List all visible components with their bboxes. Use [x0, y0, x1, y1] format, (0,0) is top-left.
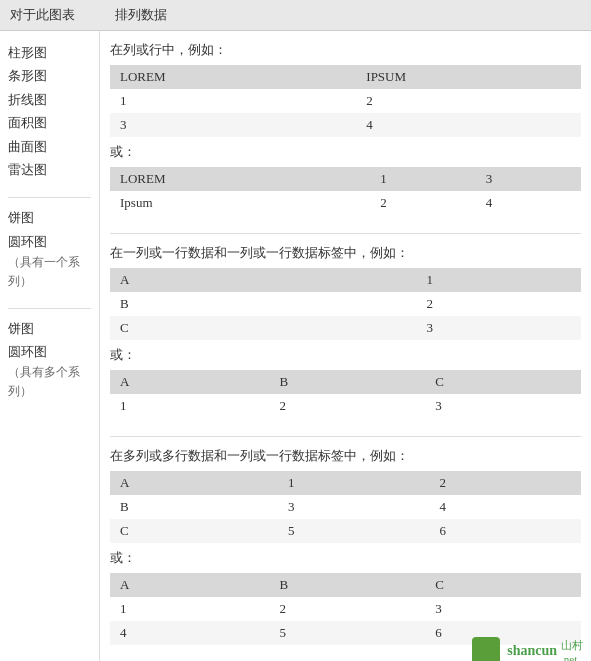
table-header: LOREM: [110, 65, 356, 89]
table-header: A: [110, 573, 270, 597]
table-3b: A B C 1 2 3 4 5: [110, 573, 581, 645]
table-cell: 2: [270, 597, 426, 621]
chart-group-3: 饼图 圆环图 （具有多个系列）: [8, 317, 91, 402]
header-col2: 排列数据: [115, 6, 167, 24]
table-cell: 3: [425, 394, 581, 418]
section-desc: 在一列或一行数据和一列或一行数据标签中，例如：: [110, 244, 581, 262]
or-text: 或：: [110, 549, 581, 567]
table-cell: 3: [278, 495, 429, 519]
table-cell: 3: [425, 597, 581, 621]
table-cell: 4: [356, 113, 581, 137]
table-cell: 3: [417, 316, 581, 340]
table-cell: 6: [430, 519, 582, 543]
table-row: C 5 6: [110, 519, 581, 543]
chart-item: 雷达图: [8, 158, 91, 181]
table-row: B 3 4: [110, 495, 581, 519]
header-col1: 对于此图表: [10, 6, 75, 24]
table-cell: 2: [417, 292, 581, 316]
table-row: 1 2 3: [110, 394, 581, 418]
table-header: [292, 268, 416, 292]
table-cell: 5: [270, 621, 426, 645]
table-header: C: [425, 573, 581, 597]
section-divider: [110, 233, 581, 234]
chart-sub-text: （具有多个系列）: [8, 363, 91, 401]
chart-item: 圆环图: [8, 340, 91, 363]
table-cell: 3: [110, 113, 356, 137]
table-cell: 4: [430, 495, 582, 519]
table-cell: 1: [110, 597, 270, 621]
section-1: 在列或行中，例如： LOREM IPSUM 1 2: [110, 41, 581, 215]
table-cell: B: [110, 495, 278, 519]
divider: [8, 308, 91, 309]
chart-item: 饼图: [8, 317, 91, 340]
table-header: IPSUM: [356, 65, 581, 89]
section-divider: [110, 436, 581, 437]
table-2a: A 1 B 2 C 3: [110, 268, 581, 340]
table-cell: 2: [370, 191, 475, 215]
page-container: 对于此图表 排列数据 柱形图 条形图 折线图 面积图 曲面图 雷达图 饼图 圆环…: [0, 0, 591, 661]
table-cell: B: [110, 292, 292, 316]
chart-item: 面积图: [8, 111, 91, 134]
table-row: 3 4: [110, 113, 581, 137]
left-column: 柱形图 条形图 折线图 面积图 曲面图 雷达图 饼图 圆环图 （具有一个系列） …: [0, 31, 100, 661]
table-1a: LOREM IPSUM 1 2 3 4: [110, 65, 581, 137]
table-header: B: [270, 370, 426, 394]
table-header: 3: [476, 167, 581, 191]
table-header: 1: [370, 167, 475, 191]
table-row: Ipsum 2 4: [110, 191, 581, 215]
table-header: 1: [417, 268, 581, 292]
chart-item: 柱形图: [8, 41, 91, 64]
chart-group-2: 饼图 圆环图 （具有一个系列）: [8, 206, 91, 291]
chart-group-1: 柱形图 条形图 折线图 面积图 曲面图 雷达图: [8, 41, 91, 181]
or-text: 或：: [110, 143, 581, 161]
chart-item: 折线图: [8, 88, 91, 111]
section-desc: 在列或行中，例如：: [110, 41, 581, 59]
table-3a: A 1 2 B 3 4 C 5: [110, 471, 581, 543]
table-row: C 3: [110, 316, 581, 340]
table-cell: [292, 292, 416, 316]
chart-sub-text: （具有一个系列）: [8, 253, 91, 291]
table-cell: 1: [110, 89, 356, 113]
table-row: 1 2 3: [110, 597, 581, 621]
table-cell: [292, 316, 416, 340]
table-header: B: [270, 573, 426, 597]
table-cell: 2: [270, 394, 426, 418]
table-cell: C: [110, 316, 292, 340]
chart-item: 圆环图: [8, 230, 91, 253]
table-2b: A B C 1 2 3: [110, 370, 581, 418]
watermark-cn: 山村.net: [561, 638, 583, 662]
section-2: 在一列或一行数据和一列或一行数据标签中，例如： A 1 B 2: [110, 244, 581, 418]
table-cell: 4: [476, 191, 581, 215]
watermark-text: shancun: [507, 643, 557, 659]
table-1b: LOREM 1 3 Ipsum 2 4: [110, 167, 581, 215]
chart-item: 条形图: [8, 64, 91, 87]
table-cell: C: [110, 519, 278, 543]
table-row: B 2: [110, 292, 581, 316]
table-cell: 5: [278, 519, 429, 543]
section-desc: 在多列或多行数据和一列或一行数据标签中，例如：: [110, 447, 581, 465]
right-column: 在列或行中，例如： LOREM IPSUM 1 2: [100, 31, 591, 661]
watermark: shancun 山村.net: [472, 637, 583, 661]
table-header: A: [110, 370, 270, 394]
table-cell: 2: [356, 89, 581, 113]
table-header: A: [110, 268, 292, 292]
table-header: 1: [278, 471, 429, 495]
divider: [8, 197, 91, 198]
table-cell: 4: [110, 621, 270, 645]
table-header: LOREM: [110, 167, 370, 191]
chart-item: 饼图: [8, 206, 91, 229]
header-bar: 对于此图表 排列数据: [0, 0, 591, 31]
table-cell: Ipsum: [110, 191, 370, 215]
table-cell: 1: [110, 394, 270, 418]
chart-item: 曲面图: [8, 135, 91, 158]
main-content: 柱形图 条形图 折线图 面积图 曲面图 雷达图 饼图 圆环图 （具有一个系列） …: [0, 31, 591, 661]
table-header: A: [110, 471, 278, 495]
section-3: 在多列或多行数据和一列或一行数据标签中，例如： A 1 2 B 3 4: [110, 447, 581, 645]
table-header: C: [425, 370, 581, 394]
table-header: 2: [430, 471, 582, 495]
table-row: 1 2: [110, 89, 581, 113]
or-text: 或：: [110, 346, 581, 364]
